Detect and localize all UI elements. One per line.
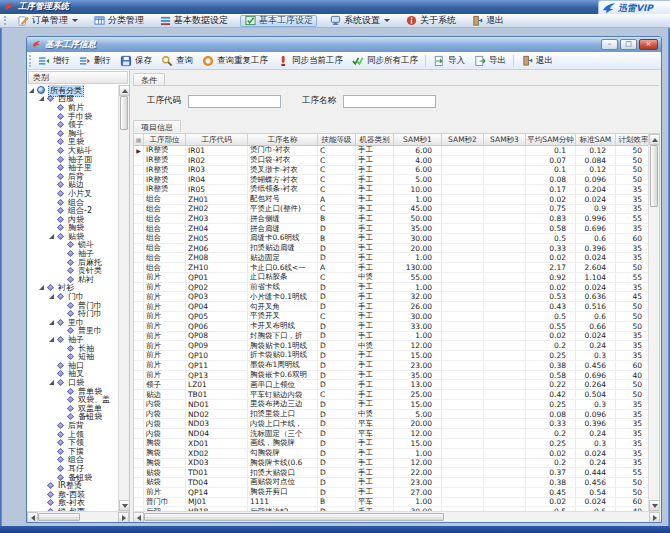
column-header[interactable]: 工序名称 [248,134,318,145]
scroll-right-icon[interactable] [649,512,660,522]
scroll-right-icon[interactable] [118,512,129,522]
column-header[interactable]: SAM秒3 [484,134,526,145]
column-header[interactable]: 标准SAM [576,134,616,145]
tree-vertical-scrollbar[interactable] [118,85,129,511]
column-header[interactable]: 平均SAM分钟 [526,134,576,145]
table-row[interactable]: ▶IR整烫IR01烫门巾-衬衣C手工6.000.10.1250 [134,146,648,156]
table-horizontal-scrollbar[interactable] [133,511,660,522]
table-row[interactable]: 内袋ND02扣烫里袋上口D中烫5.000.080.09635 [134,410,648,420]
tree-item[interactable]: 普门巾 [27,301,118,310]
toolbar-button-save[interactable]: 保存 [116,54,156,68]
toolbar-button-search[interactable]: 查询 [157,54,197,68]
minimize-button[interactable]: – [601,39,618,50]
table-row[interactable]: 贴袋TD01扣烫大贴袋口D手工22.000.370.44455 [134,468,648,478]
tree-item[interactable]: 双盖单 [27,404,118,413]
tree-item[interactable]: 口袋 [27,378,118,387]
table-row[interactable]: 胸袋XD02勾胸袋牌D手工1.000.020.02435 [134,449,648,459]
scroll-up-icon[interactable] [119,85,129,96]
expand-arrow-icon[interactable] [29,88,34,93]
tree-item[interactable]: 双袋、盖 [27,395,118,404]
table-row[interactable]: 组合ZH06扣烫贴边肩缝D手工20.000.330.39635 [134,244,648,254]
scrollbar-thumb[interactable] [38,513,80,521]
menu-item-category[interactable]: 分类管理 [90,15,147,27]
expand-arrow-icon[interactable] [49,320,54,325]
expand-arrow-icon[interactable] [49,234,54,239]
table-row[interactable]: 前片QP06卡开叉布明线D手工33.000.550.6650 [134,322,648,332]
expand-arrow-icon[interactable] [49,294,54,299]
menu-item-process-setting[interactable]: 基本工序设定 [240,15,317,27]
scrollbar-thumb[interactable] [144,513,444,521]
column-header[interactable]: 机器类别 [356,134,394,145]
table-row[interactable]: 前片QP13胸袋嵌卡0.6双明D手工35.000.580.69640 [134,371,648,381]
toolbar-button-search-duplicate[interactable]: 查询重复工序 [198,54,272,68]
expand-arrow-icon[interactable] [49,380,54,385]
scroll-up-icon[interactable] [649,134,660,145]
toolbar-button-import[interactable]: 导入 [429,54,469,68]
menu-item-order[interactable]: 订单管理 [14,15,81,27]
table-row[interactable]: 内袋ND03内袋上口卡线，D平车20.000.330.39635 [134,419,648,429]
table-row[interactable]: 前片QP01止口粘胶条C中烫55.000.921.10455 [134,273,648,283]
tree-horizontal-scrollbar[interactable] [27,511,129,522]
table-row[interactable]: 领子LZ01画串口上领位D手工13.000.220.26450 [134,380,648,390]
expand-arrow-icon[interactable] [39,285,44,290]
table-row[interactable]: 内袋ND04洗标固定（三个D平车12.000.20.2435 [134,429,648,439]
table-row[interactable]: 贴袋TD04画贴袋对点位D手工23.000.380.45650 [134,478,648,488]
close-button[interactable]: × [639,39,658,50]
toolbar-button-export[interactable]: 导出 [470,54,510,68]
table-row[interactable]: 前片QP04勾开叉角D手工26.000.430.51650 [134,302,648,312]
expand-arrow-icon[interactable] [49,337,54,342]
table-row[interactable]: 组合ZH05肩缝卡0.6明线B手工30.000.50.660 [134,234,648,244]
scroll-left-icon[interactable] [27,512,38,522]
process-code-input[interactable] [188,95,281,108]
tree-item[interactable]: 袖子 [27,249,118,258]
tree-item[interactable]: 袖子 [27,335,118,344]
column-header[interactable]: SAM秒1 [394,134,442,145]
menu-item-about[interactable]: 关于系统 [402,15,459,27]
scroll-down-icon[interactable] [649,500,660,511]
tree-item[interactable]: 贴袋 [27,232,118,241]
menu-item-basic-data[interactable]: 基本数据设定 [156,15,231,27]
table-row[interactable]: 组合ZH01配包对号A手工1.000.020.02435 [134,195,648,205]
table-row[interactable]: IR整烫IR03烫叉撴卡-衬衣C手工6.000.10.1250 [134,166,648,176]
column-header[interactable]: 工序部位 [144,134,186,145]
table-row[interactable]: IR整烫IR04烫蝴蝶方-衬衣C手工5.000.080.09650 [134,175,648,185]
table-row[interactable]: 前片QP14胸袋开剪口D手工27.000.450.5450 [134,488,648,498]
table-row[interactable]: IR整烫IR02烫口袋-衬衣C手工4.000.070.08450 [134,156,648,166]
table-row[interactable]: 前片QP11墨袋布1周明线D手工23.000.380.45660 [134,361,648,371]
maximize-button[interactable]: □ [620,39,637,50]
table-row[interactable]: 贴边TB01平车钉贴边内袋C手工25.000.420.50450 [134,390,648,400]
tree-item[interactable]: 长袖 [27,344,118,353]
table-row[interactable]: 组合ZH03拼合侧缝B手工50.000.830.99655 [134,214,648,224]
tree-item[interactable]: 锁斗 [27,241,118,250]
menu-item-system-settings[interactable]: 系统设置 [326,15,393,27]
scrollbar-thumb[interactable] [650,145,658,207]
process-name-input[interactable] [343,95,436,108]
row-marker-column-header[interactable]: ▦ [134,134,144,145]
scroll-left-icon[interactable] [133,512,144,522]
tree-item[interactable]: 后麻托 [27,258,118,267]
table-row[interactable]: 组合ZH02平烫止口(整件)C手工45.000.750.935 [134,205,648,215]
table-row[interactable]: 组合ZH08贴边固定D手工1.000.020.02435 [134,253,648,263]
table-row[interactable]: 内袋ND01里袋布拷边三边D手工15.000.250.335 [134,400,648,410]
tree-item[interactable]: 门巾 [27,292,118,301]
table-row[interactable]: 前片QP08封胸袋下口，折D手工1.000.020.02435 [134,332,648,342]
column-header[interactable]: 计划效率 [616,134,648,145]
table-row[interactable]: 前片QP10折卡袋贴0.1明线D手工15.000.250.335 [134,351,648,361]
toolbar-button-delete-row[interactable]: 删行 [75,54,115,68]
menu-item-exit[interactable]: 退出 [468,15,507,27]
tree-item[interactable]: 贡针类 [27,266,118,275]
table-row[interactable]: 组合ZH10卡止口0.6线<一A手工130.002.172.60450 [134,263,648,273]
column-header[interactable]: 技能等级 [318,134,356,145]
toolbar-button-sync-current[interactable]: 同步当前工序 [273,54,347,68]
scroll-down-icon[interactable] [119,500,129,511]
table-row[interactable]: 前片QP03小片缝卡0.1明线D手工32.000.530.63645 [134,292,648,302]
table-row[interactable]: 组合ZH04拼合肩缝D手工35.000.580.69635 [134,224,648,234]
table-row[interactable]: 胸袋XD01画线，胸袋牌D手工15.000.250.335 [134,439,648,449]
table-row[interactable]: 前片QP02前省卡线D手工1.000.020.02435 [134,283,648,293]
column-header[interactable]: SAM秒2 [442,134,484,145]
tree-item[interactable]: 里巾 [27,318,118,327]
table-row[interactable]: 普门巾MJ011111B平车1.000.020.02460 [134,498,648,508]
expand-arrow-icon[interactable] [39,96,44,101]
column-header[interactable]: 工序代码 [186,134,248,145]
table-row[interactable]: 胸袋XD03胸袋牌卡线(0.6D手工12.000.20.2435 [134,459,648,469]
